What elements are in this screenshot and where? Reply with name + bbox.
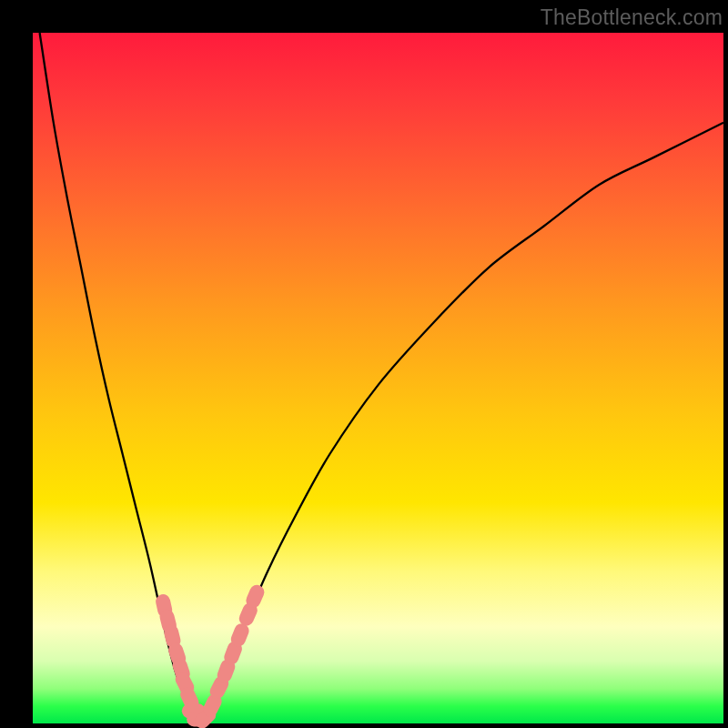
plot-area bbox=[33, 33, 723, 723]
curve-right-branch bbox=[198, 123, 723, 723]
chart-frame: TheBottleneck.com bbox=[0, 0, 728, 728]
watermark-text: TheBottleneck.com bbox=[541, 5, 723, 30]
chart-svg bbox=[33, 33, 723, 723]
curve-markers bbox=[155, 582, 267, 728]
